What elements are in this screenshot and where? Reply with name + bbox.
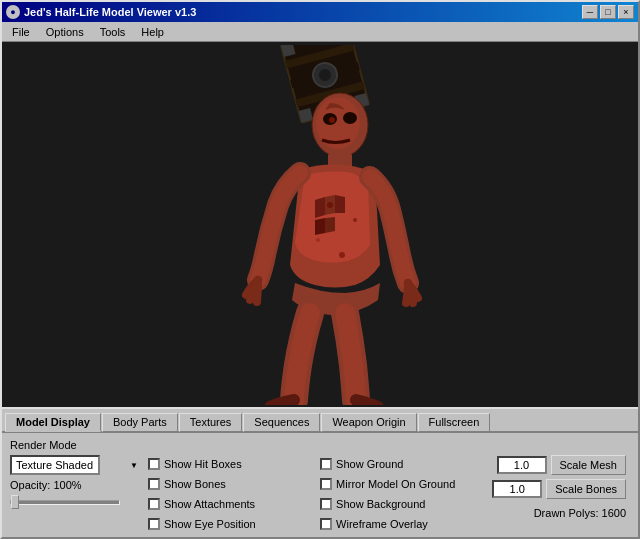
render-mode-select[interactable]: Texture Shaded (10, 455, 100, 475)
tab-bar: Model Display Body Parts Textures Sequen… (2, 409, 638, 433)
menu-bar: File Options Tools Help (2, 22, 638, 42)
checkbox-attachments-label[interactable]: Show Attachments (164, 498, 255, 510)
left-controls: Texture Shaded ▼ Opacity: 100% (10, 455, 140, 511)
tab-weapon-origin[interactable]: Weapon Origin (321, 413, 416, 432)
svg-point-15 (316, 238, 320, 242)
render-mode-label: Render Mode (10, 439, 77, 451)
app-icon: ● (6, 5, 20, 19)
checkbox-eye-position-row: Show Eye Position (148, 515, 312, 533)
scale-mesh-row: Scale Mesh (497, 455, 626, 475)
opacity-slider-container (10, 493, 120, 511)
close-button[interactable]: × (618, 5, 634, 19)
minimize-button[interactable]: ─ (582, 5, 598, 19)
svg-point-18 (343, 112, 357, 124)
scale-bones-button[interactable]: Scale Bones (546, 479, 626, 499)
title-bar: ● Jed's Half-Life Model Viewer v1.3 ─ □ … (2, 2, 638, 22)
checkbox-hit-boxes-row: Show Hit Boxes (148, 455, 312, 473)
dropdown-arrow-icon: ▼ (130, 461, 138, 470)
checkbox-hit-boxes-label[interactable]: Show Hit Boxes (164, 458, 242, 470)
tab-model-display[interactable]: Model Display (5, 413, 101, 432)
checkbox-background-label[interactable]: Show Background (336, 498, 425, 510)
checkboxes-col1: Show Hit Boxes Show Bones Show Attachmen… (148, 455, 312, 533)
drawn-polys-display: Drawn Polys: 1600 (534, 507, 626, 519)
right-controls: Scale Mesh Scale Bones Drawn Polys: 1600 (492, 455, 630, 519)
tab-sequences[interactable]: Sequences (243, 413, 320, 432)
opacity-display: Opacity: 100% (10, 479, 140, 491)
checkbox-eye-position-label[interactable]: Show Eye Position (164, 518, 256, 530)
menu-tools[interactable]: Tools (92, 24, 134, 40)
opacity-slider-thumb[interactable] (11, 495, 19, 509)
model-svg (170, 45, 470, 405)
panel-content: Render Mode Texture Shaded ▼ Opacity: 10… (2, 433, 638, 537)
window-title: Jed's Half-Life Model Viewer v1.3 (24, 6, 582, 18)
checkbox-ground[interactable] (320, 458, 332, 470)
viewport[interactable] (2, 42, 638, 407)
tab-textures[interactable]: Textures (179, 413, 243, 432)
checkbox-wireframe[interactable] (320, 518, 332, 530)
svg-point-16 (339, 252, 345, 258)
checkbox-bones-label[interactable]: Show Bones (164, 478, 226, 490)
checkbox-wireframe-row: Wireframe Overlay (320, 515, 484, 533)
checkbox-bones-row: Show Bones (148, 475, 312, 493)
svg-point-19 (329, 117, 335, 123)
checkbox-attachments-row: Show Attachments (148, 495, 312, 513)
menu-file[interactable]: File (4, 24, 38, 40)
menu-help[interactable]: Help (133, 24, 172, 40)
checkbox-mirror[interactable] (320, 478, 332, 490)
checkbox-eye-position[interactable] (148, 518, 160, 530)
scale-bones-input[interactable] (492, 480, 542, 498)
bottom-panel: Model Display Body Parts Textures Sequen… (2, 407, 638, 537)
checkbox-bones[interactable] (148, 478, 160, 490)
checkbox-hit-boxes[interactable] (148, 458, 160, 470)
checkbox-attachments[interactable] (148, 498, 160, 510)
window-controls: ─ □ × (582, 5, 634, 19)
scale-mesh-button[interactable]: Scale Mesh (551, 455, 626, 475)
checkboxes-col2: Show Ground Mirror Model On Ground Show … (320, 455, 484, 533)
svg-point-14 (353, 218, 357, 222)
checkbox-wireframe-label[interactable]: Wireframe Overlay (336, 518, 428, 530)
checkbox-background[interactable] (320, 498, 332, 510)
svg-point-13 (327, 202, 333, 208)
tab-body-parts[interactable]: Body Parts (102, 413, 178, 432)
model-display (2, 42, 638, 407)
render-mode-dropdown-wrapper: Texture Shaded ▼ (10, 455, 140, 475)
checkbox-background-row: Show Background (320, 495, 484, 513)
checkbox-mirror-label[interactable]: Mirror Model On Ground (336, 478, 455, 490)
checkbox-mirror-row: Mirror Model On Ground (320, 475, 484, 493)
checkbox-ground-row: Show Ground (320, 455, 484, 473)
slider-track (10, 500, 120, 505)
menu-options[interactable]: Options (38, 24, 92, 40)
main-window: ● Jed's Half-Life Model Viewer v1.3 ─ □ … (0, 0, 640, 539)
tab-fullscreen[interactable]: Fullscreen (418, 413, 491, 432)
scale-bones-row: Scale Bones (492, 479, 626, 499)
checkbox-ground-label[interactable]: Show Ground (336, 458, 403, 470)
scale-mesh-input[interactable] (497, 456, 547, 474)
maximize-button[interactable]: □ (600, 5, 616, 19)
